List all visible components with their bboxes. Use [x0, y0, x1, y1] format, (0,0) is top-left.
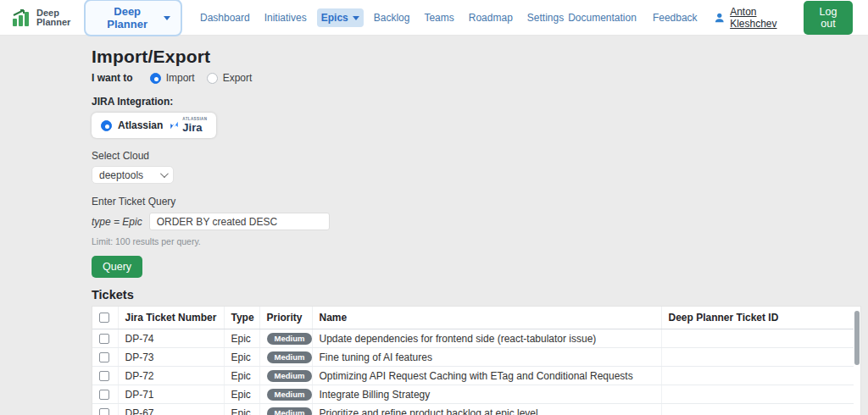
jira-ticket-number-cell: DP-74	[118, 329, 224, 348]
tickets-table-container: Jira Ticket Number Type Priority Name De…	[92, 306, 861, 415]
jira-ticket-number-cell: DP-67	[118, 404, 224, 415]
nav-item-roadmap[interactable]: Roadmap	[465, 8, 517, 27]
table-row[interactable]: DP-72 Epic Medium Optimizing API Request…	[92, 367, 855, 385]
priority-badge: Medium	[267, 389, 313, 401]
priority-badge: Medium	[267, 351, 313, 364]
radio-selected-icon[interactable]	[101, 120, 112, 131]
workspace-dropdown-label: Deep Planner	[96, 5, 159, 30]
deep-planner-ticket-id-cell	[661, 404, 855, 415]
col-type: Type	[224, 307, 259, 329]
documentation-link[interactable]: Documentation	[568, 12, 637, 24]
name-cell: Update dependencies for frontend side (r…	[312, 329, 661, 348]
cloud-select-value: deeptools	[99, 169, 143, 181]
type-cell: Epic	[224, 348, 259, 367]
deep-planner-ticket-id-cell	[661, 367, 855, 385]
tickets-tbody: DP-74 Epic Medium Update dependencies fo…	[92, 329, 855, 415]
col-name: Name	[312, 307, 661, 329]
app-logo: Deep Planner	[12, 8, 70, 27]
row-checkbox[interactable]	[99, 352, 109, 362]
jira-ticket-number-cell: DP-72	[118, 367, 224, 385]
workspace-dropdown-button[interactable]: Deep Planner	[84, 0, 182, 36]
name-cell: Fine tuning of AI features	[312, 348, 661, 367]
name-cell: Prioritize and refine product backlog at…	[312, 404, 661, 415]
tickets-section-title: Tickets	[92, 288, 868, 302]
logo-text-line2: Planner	[36, 18, 70, 27]
chevron-down-icon	[353, 16, 359, 20]
priority-badge: Medium	[267, 370, 313, 383]
tickets-table: Jira Ticket Number Type Priority Name De…	[92, 307, 855, 415]
priority-badge: Medium	[267, 333, 313, 346]
deep-planner-ticket-id-cell	[661, 329, 855, 348]
col-deep-planner-ticket-id: Deep Planner Ticket ID	[661, 307, 855, 329]
user-name-link[interactable]: Anton Kleshchev	[730, 6, 787, 30]
chevron-down-icon	[160, 169, 169, 178]
jira-logo-text: Jira	[182, 122, 207, 133]
nav-item-backlog[interactable]: Backlog	[370, 8, 415, 27]
table-row[interactable]: DP-67 Epic Medium Prioritize and refine …	[92, 404, 855, 415]
ticket-query-label: Enter Ticket Query	[92, 196, 868, 208]
type-cell: Epic	[224, 329, 259, 348]
user-avatar-icon	[714, 10, 726, 25]
export-radio-option[interactable]: Export	[207, 72, 253, 84]
table-scrollbar-track[interactable]	[854, 307, 860, 415]
name-cell: Integrate Billing Strategy	[312, 385, 661, 404]
query-button[interactable]: Query	[92, 256, 142, 278]
type-cell: Epic	[224, 385, 259, 404]
nav-item-dashboard[interactable]: Dashboard	[196, 8, 254, 27]
ticket-query-input[interactable]	[149, 213, 330, 230]
row-checkbox[interactable]	[99, 334, 109, 344]
import-radio-label: Import	[166, 72, 195, 84]
col-priority: Priority	[259, 307, 312, 329]
nav-item-teams[interactable]: Teams	[420, 8, 458, 27]
page-title: Import/Export	[92, 47, 868, 67]
name-cell: Optimizing API Request Caching with ETag…	[312, 367, 661, 385]
row-checkbox[interactable]	[99, 390, 109, 400]
jira-logo-icon	[169, 119, 180, 131]
logout-button[interactable]: Log out	[804, 1, 853, 35]
atlassian-jira-integration-card[interactable]: Atlassian ATLASSIAN Jira	[92, 113, 216, 138]
radio-unselected-icon[interactable]	[207, 73, 218, 84]
import-radio-option[interactable]: Import	[150, 72, 195, 84]
provider-name: Atlassian	[118, 119, 163, 131]
query-prefix: type = Epic	[92, 216, 142, 228]
row-checkbox[interactable]	[99, 408, 109, 415]
table-scrollbar-thumb[interactable]	[854, 311, 860, 365]
top-navigation-bar: Deep Planner Deep Planner Dashboard Init…	[0, 0, 868, 36]
col-jira-ticket-number: Jira Ticket Number	[118, 307, 224, 329]
logo-text-line1: Deep	[36, 8, 70, 18]
jira-ticket-number-cell: DP-71	[118, 385, 224, 404]
table-row[interactable]: DP-74 Epic Medium Update dependencies fo…	[92, 329, 855, 348]
table-header-row: Jira Ticket Number Type Priority Name De…	[92, 307, 855, 329]
chevron-down-icon	[164, 16, 170, 20]
nav-item-initiatives[interactable]: Initiatives	[260, 8, 311, 27]
type-cell: Epic	[224, 367, 259, 385]
table-row[interactable]: DP-73 Epic Medium Fine tuning of AI feat…	[92, 348, 855, 367]
type-cell: Epic	[224, 404, 259, 415]
deep-planner-ticket-id-cell	[661, 348, 855, 367]
nav-item-epics[interactable]: Epics	[317, 8, 364, 27]
bar-chart-logo-icon	[12, 8, 32, 27]
import-export-toggle: I want to Import Export	[92, 72, 868, 84]
jira-integration-label: JIRA Integration:	[92, 96, 868, 108]
table-row[interactable]: DP-71 Epic Medium Integrate Billing Stra…	[92, 385, 855, 404]
row-checkbox[interactable]	[99, 371, 109, 381]
jira-ticket-number-cell: DP-73	[118, 348, 224, 367]
deep-planner-ticket-id-cell	[661, 385, 855, 404]
export-radio-label: Export	[223, 72, 253, 84]
select-all-checkbox[interactable]	[99, 313, 109, 323]
priority-badge: Medium	[267, 407, 313, 415]
query-limit-hint: Limit: 100 results per query.	[92, 236, 868, 246]
select-cloud-label: Select Cloud	[92, 150, 868, 162]
cloud-select[interactable]: deeptools	[92, 166, 174, 184]
nav-item-settings[interactable]: Settings	[523, 8, 568, 27]
feedback-link[interactable]: Feedback	[653, 12, 698, 24]
jira-logo: ATLASSIAN Jira	[169, 118, 207, 133]
main-nav: Dashboard Initiatives Epics Backlog Team…	[196, 8, 568, 27]
radio-selected-icon[interactable]	[150, 73, 161, 84]
mode-label: I want to	[92, 72, 133, 84]
